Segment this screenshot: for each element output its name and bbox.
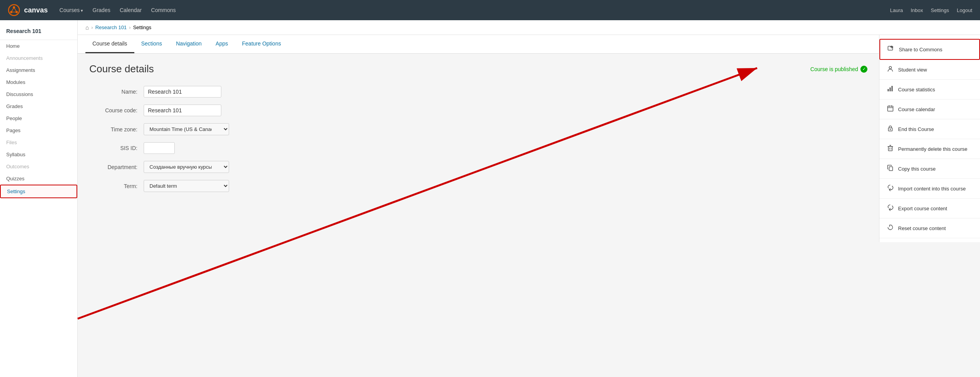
left-sidebar: Research 101 Home Announcements Assignme…	[0, 20, 78, 377]
sidebar-item-settings[interactable]: Settings	[0, 185, 77, 198]
reset-content-button[interactable]: Reset course content	[879, 218, 980, 238]
canvas-logo[interactable]: canvas	[8, 4, 48, 16]
sidebar-item-home[interactable]: Home	[0, 40, 77, 52]
nav-user[interactable]: Laura	[890, 7, 903, 13]
course-calendar-icon	[886, 105, 894, 113]
end-course-label: End this Course	[898, 126, 934, 132]
svg-line-6	[11, 7, 14, 12]
content-area: Course details Sections Navigation Apps …	[78, 35, 980, 242]
course-calendar-label: Course calendar	[898, 106, 935, 112]
timezone-label: Time zone:	[89, 126, 144, 133]
course-details-content: Course details Course is published ✓ Nam…	[78, 54, 879, 208]
nav-inbox[interactable]: Inbox	[910, 7, 923, 13]
sidebar-item-announcements: Announcements	[0, 52, 77, 64]
sidebar-item-people[interactable]: People	[0, 112, 77, 124]
delete-course-button[interactable]: Permanently delete this course	[879, 139, 980, 159]
timezone-select[interactable]: Mountain Time (US & Canada)	[144, 123, 229, 135]
sis-id-label: SIS ID:	[89, 145, 144, 151]
published-badge: Course is published ✓	[810, 66, 867, 73]
svg-rect-12	[888, 106, 893, 111]
sidebar-item-syllabus[interactable]: Syllabus	[0, 148, 77, 161]
sidebar-course-title: Research 101	[0, 24, 77, 40]
top-navigation: canvas Courses Grades Calendar Commons L…	[0, 0, 980, 20]
sidebar-item-pages[interactable]: Pages	[0, 124, 77, 136]
course-statistics-label: Course statistics	[898, 87, 935, 93]
share-commons-label: Share to Commons	[899, 47, 942, 52]
nav-left: canvas Courses Grades Calendar Commons	[8, 4, 176, 16]
sidebar-item-assignments[interactable]: Assignments	[0, 64, 77, 76]
student-view-button[interactable]: Student view	[879, 60, 980, 80]
sidebar-item-discussions[interactable]: Discussions	[0, 88, 77, 100]
term-label: Term:	[89, 183, 144, 189]
sidebar-item-quizzes[interactable]: Quizzes	[0, 173, 77, 185]
tab-feature-options[interactable]: Feature Options	[235, 35, 288, 53]
end-course-icon	[886, 125, 894, 133]
import-content-label: Import content into this course	[898, 186, 966, 192]
copy-course-icon	[886, 164, 894, 173]
reset-content-icon	[886, 224, 894, 232]
course-code-input[interactable]	[144, 105, 221, 116]
main-nav-items: Courses Grades Calendar Commons	[59, 7, 176, 13]
svg-rect-9	[888, 89, 889, 91]
share-commons-button[interactable]: Share to Commons	[879, 39, 980, 60]
form-row-department: Department: Созданные вручную курсы	[89, 161, 867, 173]
nav-grades[interactable]: Grades	[92, 7, 110, 13]
term-select[interactable]: Default term	[144, 180, 229, 192]
breadcrumb: ⌂ › Research 101 › Settings	[78, 20, 980, 35]
svg-rect-18	[888, 147, 892, 151]
settings-tabs: Course details Sections Navigation Apps …	[78, 35, 879, 54]
delete-course-label: Permanently delete this course	[898, 146, 967, 152]
tab-sections[interactable]: Sections	[134, 35, 169, 53]
form-row-timezone: Time zone: Mountain Time (US & Canada)	[89, 123, 867, 135]
nav-calendar[interactable]: Calendar	[120, 7, 142, 13]
form-row-sis-id: SIS ID:	[89, 142, 867, 154]
end-course-button[interactable]: End this Course	[879, 119, 980, 139]
breadcrumb-home-icon[interactable]: ⌂	[85, 24, 89, 31]
export-content-button[interactable]: Export course content	[879, 199, 980, 218]
delete-course-icon	[886, 145, 894, 153]
student-view-icon	[886, 65, 894, 74]
published-check-icon: ✓	[860, 66, 867, 73]
nav-right: Laura Inbox Settings Logout	[890, 7, 972, 13]
tab-course-details[interactable]: Course details	[85, 35, 134, 53]
student-view-label: Student view	[898, 67, 927, 73]
breadcrumb-sep-2: ›	[129, 24, 130, 30]
import-content-button[interactable]: Import content into this course	[879, 179, 980, 199]
main-content: ⌂ › Research 101 › Settings Course detai…	[78, 20, 980, 377]
form-row-course-code: Course code:	[89, 105, 867, 116]
svg-rect-11	[891, 86, 893, 91]
nav-logout[interactable]: Logout	[957, 7, 972, 13]
tab-navigation[interactable]: Navigation	[169, 35, 209, 53]
copy-course-button[interactable]: Copy this course	[879, 159, 980, 179]
course-statistics-icon	[886, 85, 894, 94]
course-calendar-button[interactable]: Course calendar	[879, 99, 980, 119]
course-main: Course details Sections Navigation Apps …	[78, 35, 879, 242]
nav-settings[interactable]: Settings	[931, 7, 949, 13]
nav-courses[interactable]: Courses	[59, 7, 83, 13]
course-statistics-button[interactable]: Course statistics	[879, 80, 980, 99]
import-content-icon	[886, 184, 894, 193]
reset-content-label: Reset course content	[898, 225, 946, 231]
nav-commons[interactable]: Commons	[151, 7, 176, 13]
export-content-label: Export course content	[898, 206, 947, 211]
sidebar-item-grades[interactable]: Grades	[0, 100, 77, 112]
sidebar-item-files: Files	[0, 136, 77, 148]
sidebar-item-modules[interactable]: Modules	[0, 76, 77, 88]
sidebar-item-outcomes: Outcomes	[0, 161, 77, 173]
logo-text: canvas	[24, 6, 48, 14]
department-label: Department:	[89, 164, 144, 170]
published-label: Course is published	[810, 66, 858, 72]
form-row-term: Term: Default term	[89, 180, 867, 192]
svg-rect-10	[890, 87, 891, 91]
right-sidebar: Share to Commons Student view	[879, 35, 980, 242]
tab-apps[interactable]: Apps	[209, 35, 235, 53]
form-row-name: Name:	[89, 86, 867, 98]
name-input[interactable]	[144, 86, 221, 98]
copy-course-label: Copy this course	[898, 166, 936, 172]
breadcrumb-course-link[interactable]: Research 101	[95, 24, 127, 30]
export-content-icon	[886, 204, 894, 213]
sis-id-input[interactable]	[144, 142, 175, 154]
svg-point-17	[890, 129, 891, 130]
course-code-label: Course code:	[89, 107, 144, 113]
department-select[interactable]: Созданные вручную курсы	[144, 161, 229, 173]
